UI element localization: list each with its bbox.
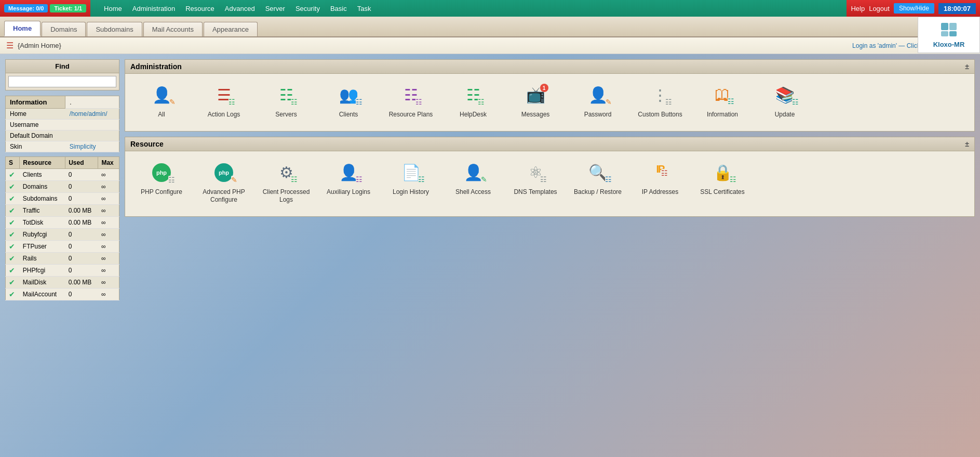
- admin-information-item[interactable]: 🕮 ☷ Information: [694, 82, 751, 123]
- admin-section-title: Administration: [130, 62, 182, 71]
- admin-all-label: All: [158, 111, 165, 119]
- nav-home[interactable]: Home: [99, 5, 127, 12]
- dns-templates-label: DNS Templates: [514, 188, 557, 197]
- backup-restore-item[interactable]: 🔍 ☷ Backup / Restore: [569, 159, 626, 208]
- resource-status: ✔: [6, 193, 20, 205]
- admin-helpdesk-item[interactable]: ☷ ☷ HelpDesk: [445, 82, 502, 123]
- resource-used: 0: [65, 169, 98, 181]
- resource-row: ✔ Subdomains 0 ∞: [6, 193, 119, 205]
- resource-used: 0: [65, 289, 98, 301]
- admin-all-item[interactable]: 👤 ✎ All: [133, 82, 190, 123]
- resource-name: Rubyfcgi: [20, 229, 65, 241]
- info-home-value[interactable]: /home/admin/: [70, 110, 108, 117]
- resource-status: ✔: [6, 217, 20, 229]
- ticket-badge: Ticket: 1/1: [50, 4, 86, 12]
- breadcrumb-icon: ☰: [6, 41, 14, 50]
- info-skin-value[interactable]: Simplicity: [70, 143, 96, 150]
- advanced-php-icon: php ✎: [210, 163, 237, 185]
- admin-servers-item[interactable]: ☷ ☷ Servers: [258, 82, 315, 123]
- backup-restore-icon: 🔍 ☷: [584, 163, 611, 185]
- resource-name: Domains: [20, 181, 65, 193]
- tab-mail-accounts[interactable]: Mail Accounts: [143, 22, 203, 36]
- ip-addresses-item[interactable]: IP ☷ IP Addresses: [632, 159, 689, 208]
- nav-server[interactable]: Server: [260, 5, 290, 12]
- backup-restore-label: Backup / Restore: [574, 188, 622, 197]
- auxiliary-logins-item[interactable]: 👤 ☷ Auxiliary Logins: [320, 159, 377, 208]
- nav-task[interactable]: Task: [352, 5, 377, 12]
- shell-access-label: Shell Access: [455, 188, 491, 197]
- password-icon: 👤 ✎: [584, 86, 611, 108]
- resource-max: ∞: [98, 229, 119, 241]
- tab-domains[interactable]: Domains: [42, 22, 86, 36]
- top-bar-left: Message: 0/0 Ticket: 1/1: [0, 4, 90, 12]
- nav-basic[interactable]: Basic: [325, 5, 352, 12]
- nav-menu: Home Administration Resource Advanced Se…: [90, 0, 847, 17]
- tab-home[interactable]: Home: [4, 21, 41, 36]
- info-domain-key: Default Domain: [6, 130, 65, 141]
- login-history-item[interactable]: 📄 ☷ Login History: [382, 159, 439, 208]
- resource-status: ✔: [6, 205, 20, 217]
- resource-status: ✔: [6, 253, 20, 265]
- resource-status: ✔: [6, 265, 20, 277]
- res-col-s: S: [6, 157, 20, 169]
- time-display: 18:00:07: [938, 3, 976, 14]
- logout-link[interactable]: Logout: [869, 5, 890, 12]
- auxiliary-logins-icon: 👤 ☷: [335, 163, 362, 185]
- find-header: Find: [6, 60, 119, 73]
- resource-edit-icon[interactable]: ±: [965, 140, 969, 148]
- tab-subdomains[interactable]: Subdomains: [87, 22, 142, 36]
- resource-section-title: Resource: [130, 140, 164, 148]
- help-link[interactable]: Help: [851, 5, 865, 12]
- admin-action-logs-item[interactable]: ☰ ☷ Action Logs: [195, 82, 252, 123]
- find-input[interactable]: [8, 76, 116, 87]
- info-skin-key: Skin: [6, 141, 65, 152]
- resource-row: ✔ Domains 0 ∞: [6, 181, 119, 193]
- client-logs-label: Client Processed Logs: [262, 188, 311, 204]
- resource-row: ✔ PHPfcgi 0 ∞: [6, 265, 119, 277]
- top-bar: Message: 0/0 Ticket: 1/1 Home Administra…: [0, 0, 980, 17]
- svg-rect-1: [949, 23, 957, 30]
- right-panel: Administration ± 👤 ✎ All: [125, 59, 975, 454]
- resource-max: ∞: [98, 241, 119, 253]
- advanced-php-item[interactable]: php ✎ Advanced PHP Configure: [195, 159, 252, 208]
- resource-name: FTPuser: [20, 241, 65, 253]
- nav-security[interactable]: Security: [290, 5, 325, 12]
- nav-advanced[interactable]: Advanced: [220, 5, 260, 12]
- ssl-certificates-label: SSL Certificates: [700, 188, 745, 197]
- admin-messages-item[interactable]: 📺 1 Messages: [507, 82, 564, 123]
- dns-templates-item[interactable]: ⚛ ☷ DNS Templates: [507, 159, 564, 208]
- svg-rect-0: [941, 23, 948, 30]
- shell-access-icon: 👤 ✎: [460, 163, 487, 185]
- action-logs-icon: ☰ ☷: [210, 86, 237, 108]
- resource-max: ∞: [98, 277, 119, 289]
- admin-update-item[interactable]: 📚 ☷ Update: [756, 82, 813, 123]
- admin-section-header: Administration ±: [125, 60, 974, 74]
- admin-resource-plans-item[interactable]: ☷ ☷ Resource Plans: [382, 82, 439, 123]
- admin-edit-icon[interactable]: ±: [965, 62, 969, 71]
- resource-name: MailAccount: [20, 289, 65, 301]
- resource-row: ✔ Rubyfcgi 0 ∞: [6, 229, 119, 241]
- admin-password-item[interactable]: 👤 ✎ Password: [569, 82, 626, 123]
- tab-appearance[interactable]: Appearance: [204, 22, 258, 36]
- resource-max: ∞: [98, 253, 119, 265]
- resource-status: ✔: [6, 169, 20, 181]
- php-configure-label: PHP Configure: [141, 188, 182, 197]
- resource-status: ✔: [6, 289, 20, 301]
- show-hide-button[interactable]: Show/Hide: [894, 3, 934, 14]
- admin-custom-buttons-item[interactable]: ⋮ ☷ Custom Buttons: [632, 82, 689, 123]
- admin-servers-label: Servers: [275, 111, 297, 119]
- resource-max: ∞: [98, 193, 119, 205]
- ssl-certificates-item[interactable]: 🔒 ☷ SSL Certificates: [694, 159, 751, 208]
- resource-row: ✔ Clients 0 ∞: [6, 169, 119, 181]
- shell-access-item[interactable]: 👤 ✎ Shell Access: [445, 159, 502, 208]
- res-col-used: Used: [65, 157, 98, 169]
- client-logs-item[interactable]: ⚙ ☷ Client Processed Logs: [258, 159, 315, 208]
- nav-administration[interactable]: Administration: [127, 5, 180, 12]
- nav-resource[interactable]: Resource: [180, 5, 220, 12]
- php-configure-item[interactable]: php ☷ PHP Configure: [133, 159, 190, 208]
- logo-text: Kloxo-MR: [933, 41, 965, 48]
- resource-max: ∞: [98, 265, 119, 277]
- admin-clients-item[interactable]: 👥 ☷ Clients: [320, 82, 377, 123]
- admin-resource-plans-label: Resource Plans: [389, 111, 433, 119]
- administration-section: Administration ± 👤 ✎ All: [125, 59, 975, 132]
